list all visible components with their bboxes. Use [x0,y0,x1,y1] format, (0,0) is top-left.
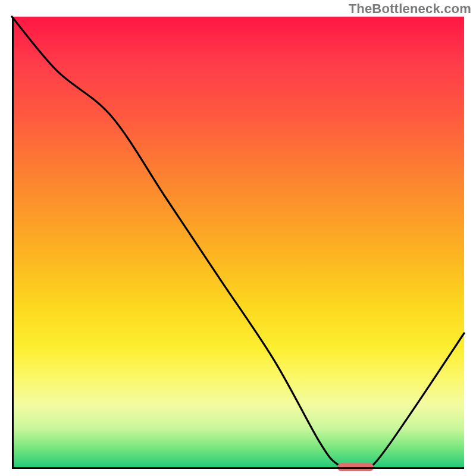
x-axis [12,467,464,469]
y-axis [12,17,14,469]
plot-area [12,17,464,469]
bottleneck-curve [12,17,464,469]
watermark-text: TheBottleneck.com [349,1,471,17]
